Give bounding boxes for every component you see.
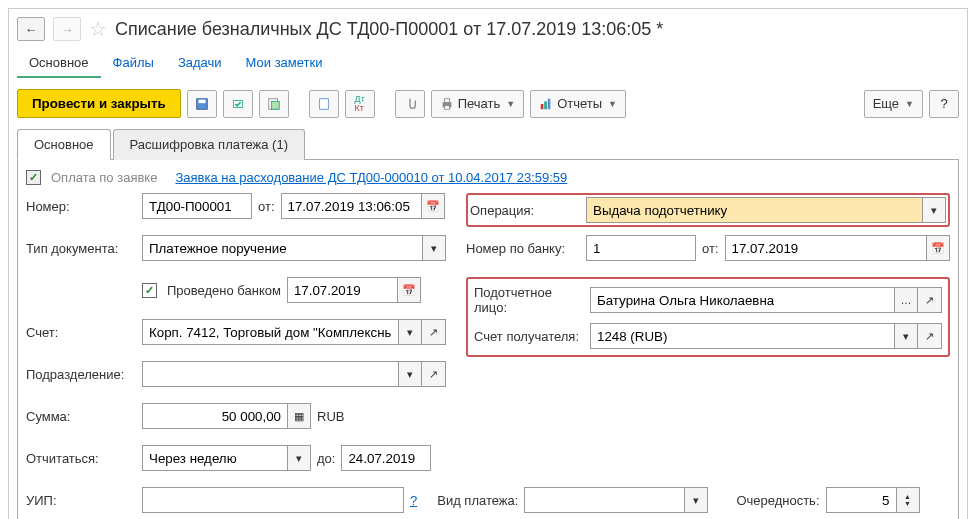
chevron-down-icon[interactable]: ▾ <box>684 487 708 513</box>
chevron-down-icon: ▼ <box>905 99 914 109</box>
chevron-down-icon[interactable]: ▾ <box>398 361 422 387</box>
by-request-label: Оплата по заявке <box>51 170 157 185</box>
number-input[interactable] <box>142 193 252 219</box>
print-button[interactable]: Печать ▼ <box>431 90 525 118</box>
svg-rect-9 <box>541 104 544 109</box>
chevron-down-icon[interactable]: ▾ <box>398 319 422 345</box>
bank-processed-date[interactable] <box>287 277 397 303</box>
help-button[interactable]: ? <box>929 90 959 118</box>
recipient-account-input[interactable] <box>590 323 894 349</box>
uip-label: УИП: <box>26 493 136 508</box>
chevron-down-icon[interactable]: ▾ <box>422 235 446 261</box>
bank-number-date[interactable] <box>725 235 926 261</box>
svg-rect-1 <box>198 99 205 103</box>
calendar-icon[interactable]: 📅 <box>421 193 445 219</box>
payment-type-label: Вид платежа: <box>437 493 518 508</box>
department-input[interactable] <box>142 361 398 387</box>
calculator-icon[interactable]: ▦ <box>287 403 311 429</box>
report-until-label: до: <box>317 451 335 466</box>
calendar-icon[interactable]: 📅 <box>397 277 421 303</box>
open-icon[interactable]: ↗ <box>918 287 942 313</box>
chevron-down-icon[interactable]: ▾ <box>894 323 918 349</box>
bank-number-input[interactable] <box>586 235 696 261</box>
svg-rect-10 <box>544 101 547 109</box>
bank-number-from-label: от: <box>702 241 719 256</box>
accountable-label: Подотчетное лицо: <box>474 285 584 315</box>
report-by-input[interactable] <box>142 445 287 471</box>
svg-rect-4 <box>271 101 279 109</box>
save-button[interactable] <box>187 90 217 118</box>
sum-input[interactable] <box>142 403 287 429</box>
department-label: Подразделение: <box>26 367 136 382</box>
chevron-down-icon: ▼ <box>506 99 515 109</box>
chevron-down-icon[interactable]: ▾ <box>287 445 311 471</box>
number-label: Номер: <box>26 199 136 214</box>
ellipsis-icon[interactable]: … <box>894 287 918 313</box>
tab-breakdown[interactable]: Расшифровка платежа (1) <box>113 129 305 160</box>
post-and-close-button[interactable]: Провести и закрыть <box>17 89 181 118</box>
nav-tab-notes[interactable]: Мои заметки <box>234 49 335 78</box>
uip-help[interactable]: ? <box>410 493 417 508</box>
operation-select[interactable] <box>586 197 922 223</box>
bank-processed-checkbox[interactable] <box>142 283 157 298</box>
currency-label: RUB <box>317 409 344 424</box>
nav-tab-main[interactable]: Основное <box>17 49 101 78</box>
recipient-account-label: Счет получателя: <box>474 329 584 344</box>
by-request-checkbox <box>26 170 41 185</box>
request-link[interactable]: Заявка на расходование ДС ТД00-000010 от… <box>175 170 567 185</box>
bank-processed-label: Проведено банком <box>167 283 281 298</box>
uip-input[interactable] <box>142 487 404 513</box>
spinner-buttons[interactable]: ▲▼ <box>896 487 920 513</box>
create-based-button[interactable] <box>259 90 289 118</box>
doc-type-input[interactable] <box>142 235 422 261</box>
priority-input[interactable] <box>826 487 896 513</box>
report-by-label: Отчитаться: <box>26 451 136 466</box>
chevron-down-icon: ▼ <box>608 99 617 109</box>
reports-button[interactable]: Отчеты ▼ <box>530 90 626 118</box>
accountable-input[interactable] <box>590 287 894 313</box>
calendar-icon[interactable]: 📅 <box>926 235 950 261</box>
svg-rect-5 <box>319 98 328 109</box>
number-date-input[interactable] <box>281 193 421 219</box>
more-label: Еще <box>873 96 899 111</box>
attach-button[interactable] <box>395 90 425 118</box>
more-button[interactable]: Еще ▼ <box>864 90 923 118</box>
payment-type-input[interactable] <box>524 487 684 513</box>
bank-number-label: Номер по банку: <box>466 241 580 256</box>
post-button[interactable] <box>223 90 253 118</box>
nav-tab-files[interactable]: Файлы <box>101 49 166 78</box>
nav-back-button[interactable]: ← <box>17 17 45 41</box>
chevron-down-icon[interactable]: ▾ <box>922 197 946 223</box>
window-title: Списание безналичных ДС ТД00-П00001 от 1… <box>115 19 663 40</box>
open-icon[interactable]: ↗ <box>422 361 446 387</box>
doc-type-label: Тип документа: <box>26 241 136 256</box>
priority-label: Очередность: <box>736 493 819 508</box>
debit-credit-button[interactable]: ДтКт <box>345 90 375 118</box>
svg-rect-11 <box>548 98 551 109</box>
reports-label: Отчеты <box>557 96 602 111</box>
report-until-date[interactable] <box>341 445 431 471</box>
favorite-star-icon[interactable]: ☆ <box>89 17 107 41</box>
number-from-label: от: <box>258 199 275 214</box>
open-icon[interactable]: ↗ <box>422 319 446 345</box>
svg-rect-8 <box>444 105 449 109</box>
printer-icon <box>440 97 454 111</box>
chart-icon <box>539 97 553 111</box>
document-icon-button[interactable] <box>309 90 339 118</box>
account-label: Счет: <box>26 325 136 340</box>
nav-forward-button[interactable]: → <box>53 17 81 41</box>
nav-tab-tasks[interactable]: Задачи <box>166 49 234 78</box>
print-label: Печать <box>458 96 501 111</box>
open-icon[interactable]: ↗ <box>918 323 942 349</box>
operation-label: Операция: <box>470 203 580 218</box>
sum-label: Сумма: <box>26 409 136 424</box>
svg-rect-7 <box>444 98 449 102</box>
tab-main[interactable]: Основное <box>17 129 111 160</box>
account-input[interactable] <box>142 319 398 345</box>
